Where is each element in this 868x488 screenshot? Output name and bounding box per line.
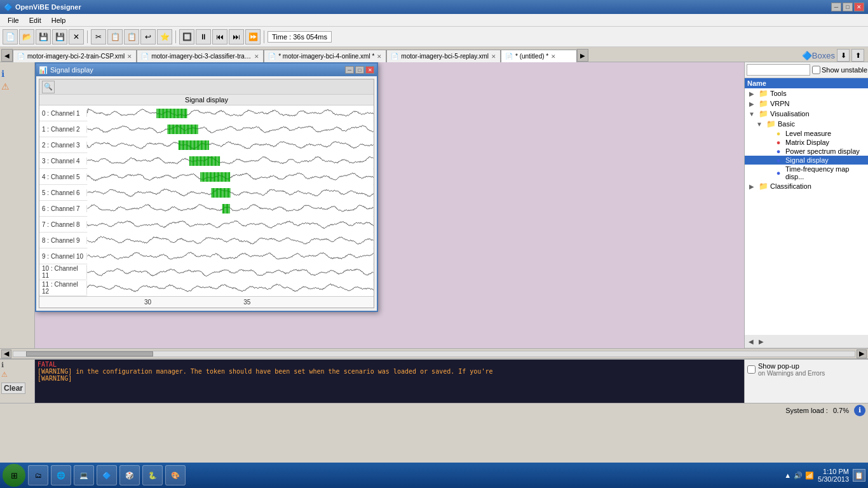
svg-rect-208 xyxy=(88,185,374,201)
taskbar-python[interactable]: 🐍 xyxy=(142,465,163,485)
save-as-button[interactable]: 💾 xyxy=(52,29,67,44)
tree-item-matrix-display[interactable]: ● Matrix Display xyxy=(745,138,868,147)
bottom-right-panel: Show pop-up on Warnings and Errors xyxy=(744,360,868,403)
taskbar-browser[interactable]: 🌐 xyxy=(51,465,71,485)
open-button[interactable]: 📂 xyxy=(19,29,34,44)
tab-2[interactable]: 📄 * motor-imagery-bci-4-online.xml * ✕ xyxy=(264,50,386,62)
window-controls: ─ □ ✕ xyxy=(831,3,864,11)
tab-4-close[interactable]: ✕ xyxy=(551,53,556,60)
add-box-button[interactable]: ⬇ xyxy=(837,49,850,62)
tree-toggle[interactable]: ▼ xyxy=(747,111,756,118)
canvas-area[interactable]: Acquisition client Signal display 📊 Sign… xyxy=(35,62,744,348)
tray-speaker-icon[interactable]: 🔊 xyxy=(794,471,803,480)
tree-item-basic[interactable]: ▼ 📁 Basic xyxy=(745,119,868,129)
log-line-2: [WARNING] xyxy=(37,375,742,382)
tree-item-label: Matrix Display xyxy=(785,139,829,146)
tree-toggle[interactable]: ▶ xyxy=(747,90,756,97)
prev-button[interactable]: ⏮ xyxy=(212,29,227,44)
app-title-text: OpenViBE Designer xyxy=(15,3,81,11)
start-button[interactable]: ⊞ xyxy=(3,464,25,487)
info-icon-bottom: ℹ xyxy=(1,361,4,369)
tree-nav-prev[interactable]: ◀ xyxy=(746,336,756,346)
tree-item-time-frequency-map-disp...[interactable]: ● Time-frequency map disp... xyxy=(745,165,868,181)
tab-0-close[interactable]: ✕ xyxy=(127,53,132,60)
scroll-left-btn[interactable]: ◀ xyxy=(1,349,11,358)
signal-window-maximize[interactable]: □ xyxy=(355,66,364,74)
tree-toggle[interactable]: ▼ xyxy=(755,121,764,128)
tray-arrow[interactable]: ▲ xyxy=(784,471,791,479)
tab-4[interactable]: 📄 * (untitled) * ✕ xyxy=(501,50,577,62)
tree-item-classification[interactable]: ▶ 📁 Classification xyxy=(745,181,868,191)
taskbar-filemanager[interactable]: 🗂 xyxy=(28,465,48,485)
popup-check: Show pop-up on Warnings and Errors xyxy=(747,362,865,377)
taskbar-openvibe[interactable]: 🔷 xyxy=(97,465,117,485)
channel-row: 6 : Channel 7 xyxy=(39,201,374,217)
tab-3[interactable]: 📄 motor-imagery-bci-5-replay.xml ✕ xyxy=(386,50,501,62)
maximize-button[interactable]: □ xyxy=(843,3,853,11)
tab-0[interactable]: 📄 motor-imagery-bci-2-train-CSP.xml ✕ xyxy=(13,50,137,62)
tree-item-signal-display[interactable]: ● Signal display xyxy=(745,156,868,165)
taskbar-paint[interactable]: 🎨 xyxy=(165,465,186,485)
toolbar-separator-3 xyxy=(264,30,264,43)
menu-file[interactable]: File xyxy=(3,15,24,25)
tab-1[interactable]: 📄 motor-imagery-bci-3-classifier-trainer… xyxy=(137,50,264,62)
toolbar-separator-2 xyxy=(175,30,176,43)
show-unstable-checkbox[interactable] xyxy=(812,64,820,76)
tree-item-tools[interactable]: ▶ 📁 Tools xyxy=(745,88,868,98)
close-button[interactable]: ✕ xyxy=(854,3,864,11)
search-input[interactable] xyxy=(747,64,810,76)
tree-toggle[interactable]: ▶ xyxy=(747,183,756,190)
notification-button[interactable]: 📋 xyxy=(853,469,865,482)
undo-button[interactable]: ↩ xyxy=(140,29,156,44)
clock-display[interactable]: 1:10 PM 5/30/2013 xyxy=(818,468,849,483)
tab-2-close[interactable]: ✕ xyxy=(377,53,382,60)
tab-1-icon: 📄 xyxy=(141,53,149,60)
tree-item-vrpn[interactable]: ▶ 📁 VRPN xyxy=(745,98,868,109)
cut-button[interactable]: ✂ xyxy=(91,29,106,44)
item-icon: ● xyxy=(773,130,783,137)
taskbar-game[interactable]: 🎲 xyxy=(119,465,140,485)
new-button[interactable]: 📄 xyxy=(3,29,18,44)
tab-nav-prev[interactable]: ◀ xyxy=(1,49,13,62)
tree-toggle[interactable]: ▶ xyxy=(747,100,756,107)
channel-row: 4 : Channel 5 xyxy=(39,169,374,185)
signal-window-minimize[interactable]: ─ xyxy=(345,66,354,74)
paste-button[interactable]: 📋 xyxy=(124,29,139,44)
signal-window-close[interactable]: ✕ xyxy=(365,66,374,74)
taskbar-terminal[interactable]: 💻 xyxy=(74,465,94,485)
tabbar: ◀ 📄 motor-imagery-bci-2-train-CSP.xml ✕ … xyxy=(0,47,868,62)
stop-button[interactable]: 🔲 xyxy=(179,29,194,44)
svg-rect-372 xyxy=(88,248,374,264)
scrollbar-track[interactable] xyxy=(13,351,855,357)
tree-item-label: Power spectrum display xyxy=(785,147,860,155)
info-button[interactable]: ℹ xyxy=(854,405,865,416)
remove-box-button[interactable]: ⬆ xyxy=(851,49,864,62)
tree-item-power-spectrum-display[interactable]: ● Power spectrum display xyxy=(745,147,868,156)
copy-button[interactable]: 📋 xyxy=(107,29,123,44)
tab-1-close[interactable]: ✕ xyxy=(254,53,259,60)
close-file-button[interactable]: ✕ xyxy=(69,29,84,44)
popup-checkbox[interactable] xyxy=(747,365,756,374)
menu-edit[interactable]: Edit xyxy=(24,15,46,25)
fast-forward-button[interactable]: ⏩ xyxy=(245,29,261,44)
pause-button[interactable]: ⏸ xyxy=(196,29,211,44)
tree-nav-next[interactable]: ▶ xyxy=(756,336,766,346)
bottom-area: ℹ ⚠ Clear FATAL [WARNING] in the configu… xyxy=(0,358,868,403)
tray-network-icon[interactable]: 📶 xyxy=(805,471,814,480)
signal-zoom-button[interactable]: 🔍 xyxy=(42,81,55,93)
menu-help[interactable]: Help xyxy=(46,15,71,25)
next-button[interactable]: ⏭ xyxy=(229,29,244,44)
item-icon: ● xyxy=(773,139,783,146)
tree-item-visualisation[interactable]: ▼ 📁 Visualisation xyxy=(745,109,868,119)
minimize-button[interactable]: ─ xyxy=(831,3,841,11)
save-button[interactable]: 💾 xyxy=(36,29,51,44)
scrollbar-thumb[interactable] xyxy=(26,351,153,356)
tab-3-close[interactable]: ✕ xyxy=(491,53,496,60)
clear-button[interactable]: Clear xyxy=(1,383,25,394)
channel-label: 4 : Channel 5 xyxy=(39,173,87,180)
horizontal-scrollbar[interactable]: ◀ ▶ xyxy=(0,348,868,358)
scroll-right-btn[interactable]: ▶ xyxy=(857,349,867,358)
bookmark-button[interactable]: ⭐ xyxy=(157,29,172,44)
tab-nav-next[interactable]: ▶ xyxy=(577,49,588,62)
tree-item-level-measure[interactable]: ● Level measure xyxy=(745,129,868,138)
